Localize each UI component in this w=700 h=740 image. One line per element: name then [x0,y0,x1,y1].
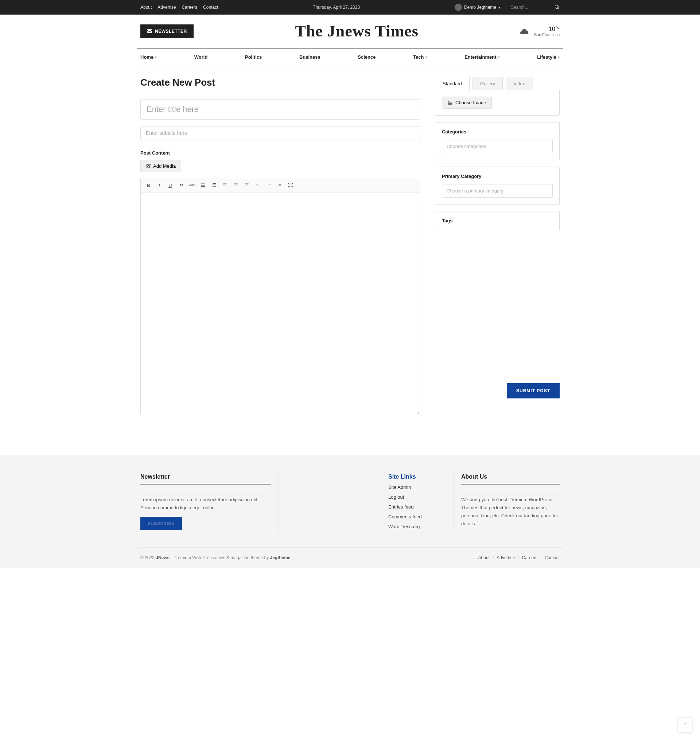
fullscreen-button[interactable] [286,181,295,190]
footer-link-comments[interactable]: Comments feed [388,512,446,522]
nav-item-entertainment[interactable]: Entertainment▾ [465,48,500,66]
italic-button[interactable]: I [154,181,164,190]
subscribe-button[interactable]: SUBSCRIBE [140,517,182,530]
topbar-date: Thursday, April 27, 2023 [218,5,454,10]
svg-rect-18 [234,186,238,186]
chevron-down-icon: ▾ [499,6,500,9]
newsletter-button[interactable]: NEWSLETTER [140,24,194,38]
link-button[interactable] [275,181,284,190]
cloud-icon [520,27,531,35]
chevron-down-icon: ▾ [155,56,157,59]
svg-rect-19 [245,184,249,185]
topbar-link-careers[interactable]: Careers [182,5,197,10]
folder-open-icon [447,101,453,105]
primary-category-box: Primary Category [435,167,560,204]
chevron-down-icon: ▾ [558,56,560,59]
svg-rect-13 [223,184,227,185]
topbar-link-advertise[interactable]: Advertise [157,5,176,10]
nav-item-business[interactable]: Business [299,48,321,66]
post-editor: B I U ABC 123 [140,178,421,415]
nav-item-lifestyle[interactable]: Lifestyle▾ [537,48,560,66]
jegtheme-link[interactable]: Jegtheme [270,555,290,560]
choose-image-button[interactable]: Choose Image [442,97,492,109]
post-content-label: Post Content [140,150,421,156]
envelope-icon [147,29,152,33]
footer-link-logout[interactable]: Log out [388,492,446,502]
nav-item-politics[interactable]: Politics [245,48,262,66]
svg-rect-15 [223,186,227,186]
svg-rect-2 [202,184,205,185]
ol-button[interactable]: 123 [209,181,219,190]
footer-about-heading: About Us [461,474,560,485]
bottom-link-careers[interactable]: Careers [522,555,538,560]
post-subtitle-input[interactable] [140,126,421,140]
redo-button[interactable] [264,181,274,190]
svg-rect-10 [213,185,216,185]
topbar-link-about[interactable]: About [140,5,151,10]
add-media-label: Add Media [153,163,176,169]
nav-item-world[interactable]: World [194,48,208,66]
newsletter-label: NEWSLETTER [155,29,187,34]
editor-body[interactable] [141,192,420,415]
format-tabs: Standard Gallery Video [435,77,560,90]
nav-item-tech[interactable]: Tech▾ [413,48,427,66]
underline-button[interactable]: U [166,181,175,190]
svg-point-3 [201,185,202,185]
align-left-button[interactable] [220,181,230,190]
search-input[interactable] [511,5,554,10]
tab-gallery[interactable]: Gallery [472,77,503,90]
weather-city: San Francisco [534,32,560,37]
align-center-button[interactable] [231,181,241,190]
media-icon [146,164,151,169]
tags-box: Tags [435,211,560,231]
post-title-input[interactable] [140,99,421,120]
topbar-links: About Advertise Careers Contact [140,5,218,10]
site-logo[interactable]: The Jnews Times [194,22,520,40]
featured-image-box: Choose Image [435,90,560,116]
tab-standard[interactable]: Standard [435,77,469,90]
footer-sitelinks-heading: Site Links [388,474,446,482]
footer-link-siteadmin[interactable]: Site Admin [388,482,446,492]
primary-category-label: Primary Category [442,173,553,179]
bold-button[interactable]: B [144,181,153,190]
avatar [454,4,462,11]
page-title: Create New Post [140,77,421,88]
submit-post-button[interactable]: SUBMIT POST [507,383,560,398]
svg-text:3: 3 [212,186,213,187]
ul-button[interactable] [199,181,208,190]
undo-button[interactable] [253,181,263,190]
bottom-link-about[interactable]: About [478,555,490,560]
tags-label: Tags [442,218,553,223]
svg-rect-6 [202,186,205,187]
footer-newsletter-heading: Newsletter [140,474,271,485]
copyright: © 2023 JNews - Premium WordPress news & … [140,555,292,560]
align-right-button[interactable] [242,181,251,190]
footer-link-entries[interactable]: Entries feed [388,502,446,512]
categories-input[interactable] [442,139,553,153]
add-media-button[interactable]: Add Media [140,160,181,172]
quote-button[interactable] [176,181,186,190]
main-nav: Home▾WorldPoliticsBusinessScienceTech▾En… [140,48,560,66]
topbar-link-contact[interactable]: Contact [203,5,218,10]
svg-rect-17 [234,185,237,185]
bottom-link-contact[interactable]: Contact [545,555,560,560]
user-menu[interactable]: Demo Jegtheme ▾ [454,4,500,11]
categories-label: Categories [442,129,553,135]
footer-about-text: We bring you the best Premium WordPress … [461,496,560,528]
footer-link-wordpress[interactable]: WordPress.org [388,522,446,532]
svg-point-1 [201,184,202,184]
bottom-link-advertise[interactable]: Advertise [497,555,515,560]
strike-button[interactable]: ABC [187,181,197,190]
nav-item-home[interactable]: Home▾ [140,48,157,66]
footer-sitelinks-list: Site Admin Log out Entries feed Comments… [388,482,446,532]
editor-toolbar: B I U ABC 123 [141,178,420,192]
resize-handle[interactable] [416,410,419,414]
user-name-label: Demo Jegtheme [464,5,496,10]
tab-video[interactable]: Video [506,77,533,90]
svg-rect-21 [245,186,249,186]
nav-item-science[interactable]: Science [358,48,375,66]
svg-rect-20 [246,185,249,185]
primary-category-input[interactable] [442,184,553,198]
search-button[interactable] [554,5,560,10]
svg-rect-8 [213,184,216,184]
